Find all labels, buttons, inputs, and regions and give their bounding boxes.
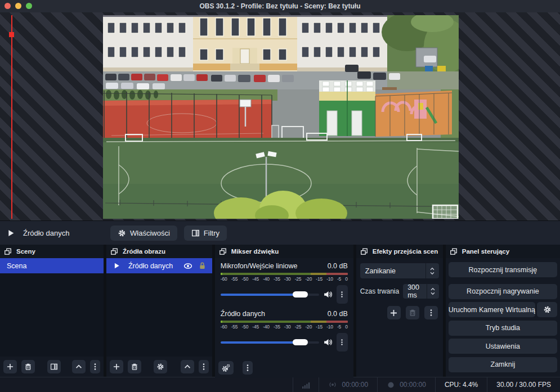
move-source-up-button[interactable] [181, 360, 194, 373]
duration-value: 300 ms [403, 283, 427, 299]
channel-db-value: 0.0 dB [328, 310, 348, 318]
minimize-window-button[interactable] [15, 3, 21, 9]
kebab-icon [91, 363, 99, 371]
sources-menu-button[interactable] [199, 360, 209, 373]
filters-button-label: Filtry [204, 229, 219, 237]
start-virtual-camera-button[interactable]: Uruchom Kamerę Wirtualną [449, 302, 535, 317]
scenes-menu-button[interactable] [90, 360, 100, 373]
sources-panel-title: Źródła obrazu [123, 248, 165, 255]
volume-slider[interactable] [221, 341, 319, 344]
preview-area[interactable] [0, 12, 560, 220]
source-selection-edge[interactable] [11, 15, 12, 219]
source-properties-button[interactable] [154, 360, 167, 373]
duration-spinbox[interactable]: 300 ms [403, 284, 439, 299]
add-source-button[interactable] [110, 360, 123, 373]
studio-mode-button[interactable]: Tryb studia [449, 321, 557, 336]
exit-button[interactable]: Zamknij [449, 357, 557, 372]
source-name: Źródło danych [128, 262, 178, 270]
transitions-body: Zanikanie Czas trwania 300 ms [356, 258, 443, 377]
kebab-icon [244, 364, 252, 372]
controls-body: Rozpocznij transmisję Rozpocznij nagrywa… [446, 258, 560, 377]
chevron-up-icon [75, 363, 83, 371]
volume-slider-handle[interactable] [293, 339, 308, 345]
volume-slider-handle[interactable] [293, 291, 308, 298]
mixer-panel-header[interactable]: Mikser dźwięku [215, 245, 353, 258]
stream-timer: 00:00:00 [319, 377, 377, 392]
signal-bars-icon [301, 380, 311, 390]
dock-row: Sceny Scena Źródła obrazu Źródło danych [0, 245, 560, 377]
add-transition-button[interactable] [387, 306, 401, 319]
lock-icon[interactable] [198, 262, 207, 270]
start-streaming-button[interactable]: Rozpocznij transmisję [449, 262, 557, 277]
sources-panel: Źródła obrazu Źródło danych [106, 245, 212, 377]
volume-slider[interactable] [221, 294, 319, 296]
speaker-icon[interactable] [323, 337, 333, 347]
trash-icon [131, 363, 138, 371]
sources-toolbar [106, 357, 212, 377]
eye-icon[interactable] [183, 262, 192, 271]
scenes-panel-header[interactable]: Sceny [0, 245, 104, 258]
add-scene-button[interactable] [3, 360, 17, 373]
dock-icon [360, 247, 368, 255]
kebab-icon [338, 290, 346, 299]
settings-button[interactable]: Ustawienia [449, 339, 557, 354]
speaker-icon[interactable] [323, 290, 333, 299]
sources-panel-header[interactable]: Źródła obrazu [106, 245, 212, 258]
chevron-up-icon [430, 287, 436, 291]
window-title: OBS 30.1.2 - Profile: Bez tytułu - Sceny… [199, 2, 360, 10]
volume-meter [221, 273, 348, 275]
filter-icon [191, 229, 200, 237]
source-list-item[interactable]: Źródło danych [106, 258, 212, 273]
scenes-panel-title: Sceny [16, 248, 35, 255]
chevron-down-icon [429, 272, 435, 275]
kebab-icon [427, 309, 435, 317]
remove-source-button[interactable] [128, 360, 141, 373]
mixer-channel-mic: Mikrofon/Wejście liniowe 0.0 dB -60-55-5… [221, 262, 348, 304]
mixer-menu-button[interactable] [243, 361, 253, 375]
select-arrows[interactable] [425, 263, 439, 278]
start-recording-button[interactable]: Rozpocznij nagrywanie [449, 284, 557, 299]
transitions-panel-header[interactable]: Efekty przejścia scen [356, 245, 443, 258]
cpu-value: CPU: 4.4% [445, 381, 478, 389]
scene-filters-button[interactable] [47, 360, 61, 373]
mixer-toolbar [215, 358, 353, 378]
meter-scale: -60-55-50-45-40-35-30-25-20-15-10-50 [221, 276, 348, 282]
remove-transition-button[interactable] [406, 306, 419, 319]
selected-source-label: Źródło danych [23, 229, 69, 237]
sources-list[interactable]: Źródło danych [106, 258, 212, 357]
channel-menu-button[interactable] [337, 285, 348, 304]
scene-list-item[interactable]: Scena [0, 258, 104, 273]
filters-button[interactable]: Filtry [184, 226, 227, 241]
trash-icon [24, 363, 32, 371]
close-window-button[interactable] [5, 3, 11, 9]
properties-button[interactable]: Właściwości [110, 226, 177, 241]
controls-panel-header[interactable]: Panel sterujący [446, 245, 560, 258]
remove-scene-button[interactable] [21, 360, 35, 373]
zoom-window-button[interactable] [26, 3, 32, 9]
gear-icon [156, 363, 164, 371]
transition-menu-button[interactable] [424, 306, 438, 319]
controls-panel-title: Panel sterujący [462, 248, 509, 255]
transition-selected-value: Zanikanie [360, 267, 425, 275]
channel-menu-button[interactable] [337, 333, 348, 352]
filter-icon [50, 363, 58, 371]
record-time: 00:00:00 [400, 381, 426, 389]
plus-icon [389, 309, 398, 317]
fps-value: 30.00 / 30.00 FPS [496, 381, 551, 389]
mixer-body: Mikrofon/Wejście liniowe 0.0 dB -60-55-5… [215, 258, 353, 358]
transition-select[interactable]: Zanikanie [360, 263, 439, 278]
spin-arrows[interactable] [427, 284, 439, 299]
source-toolbar: Źródło danych Właściwości Filtry [0, 220, 560, 245]
media-source-icon [113, 262, 120, 269]
chevron-up-icon [183, 363, 191, 371]
advanced-audio-button[interactable] [218, 361, 234, 375]
titlebar: OBS 30.1.2 - Profile: Bez tytułu - Sceny… [0, 0, 560, 12]
preview-video[interactable] [103, 15, 459, 219]
source-selection-handle[interactable] [9, 32, 14, 37]
move-scene-up-button[interactable] [72, 360, 86, 373]
virtual-camera-settings-button[interactable] [537, 302, 557, 317]
mixer-channel-source: Źródło danych 0.0 dB -60-55-50-45-40-35-… [221, 310, 348, 352]
trash-icon [409, 309, 416, 317]
gear-icon [118, 229, 126, 237]
scenes-list[interactable]: Scena [0, 258, 104, 357]
